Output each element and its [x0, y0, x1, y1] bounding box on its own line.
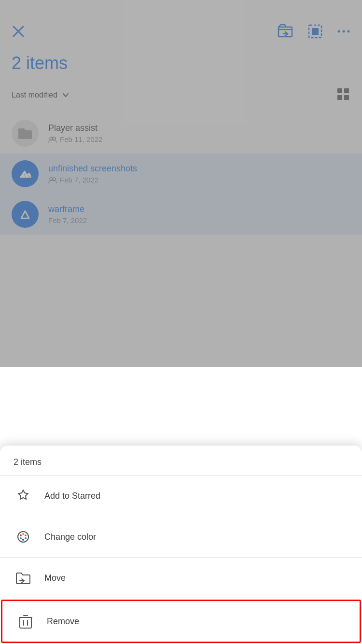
svg-point-22	[22, 539, 24, 541]
menu-item-add-starred[interactable]: Add to Starred	[0, 476, 362, 517]
dim-overlay	[0, 0, 362, 367]
svg-point-18	[20, 534, 22, 536]
svg-rect-25	[20, 617, 31, 628]
bottom-sheet-title: 2 items	[14, 457, 42, 467]
menu-label-add-starred: Add to Starred	[44, 491, 100, 501]
trash-icon	[16, 612, 35, 631]
menu-item-remove[interactable]: Remove	[1, 600, 361, 643]
menu-label-move: Move	[44, 573, 66, 583]
star-icon	[14, 486, 33, 505]
menu-item-change-color[interactable]: Change color	[0, 517, 362, 558]
bottom-sheet: 2 items Add to Starred Change color	[0, 446, 362, 644]
svg-point-19	[22, 533, 24, 535]
menu-label-change-color: Change color	[44, 532, 96, 542]
move-folder-icon	[14, 568, 33, 588]
svg-point-21	[25, 537, 27, 539]
palette-icon	[14, 527, 33, 546]
menu-label-remove: Remove	[47, 616, 79, 627]
bottom-sheet-header: 2 items	[0, 446, 362, 476]
menu-item-move[interactable]: Move	[0, 558, 362, 599]
svg-point-23	[20, 537, 22, 539]
svg-point-20	[25, 534, 27, 536]
